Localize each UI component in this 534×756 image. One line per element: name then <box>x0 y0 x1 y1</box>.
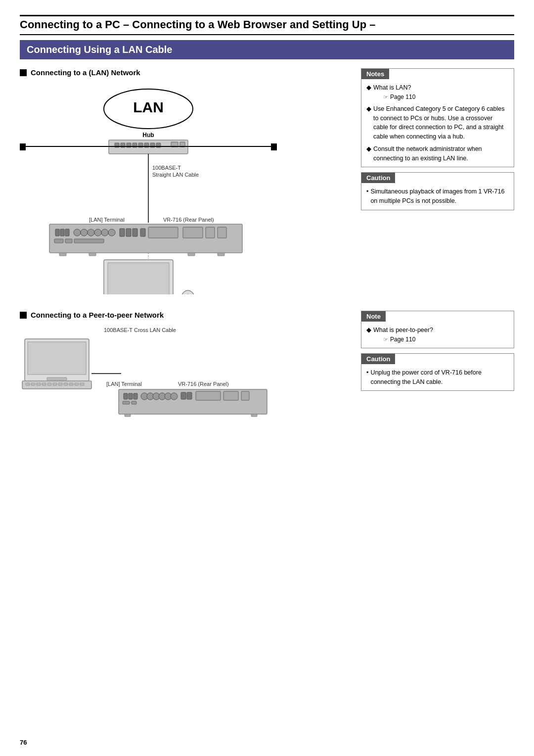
peer-diagram-svg: 100BASE-T Cross LAN Cable <box>20 324 277 423</box>
svg-rect-84 <box>75 383 79 385</box>
svg-text:LAN: LAN <box>133 99 164 115</box>
lan-diagram-svg: LAN Hub <box>20 82 277 294</box>
svg-rect-93 <box>129 393 133 399</box>
svg-rect-85 <box>80 383 84 385</box>
svg-rect-106 <box>123 401 130 404</box>
caution-item-2: • Unplug the power cord of VR-716 before… <box>366 368 509 387</box>
note-peer-ref-text: Page 110 <box>390 335 415 344</box>
section-header: Connecting Using a LAN Cable <box>20 40 514 59</box>
svg-rect-83 <box>69 383 73 385</box>
notes-box-title: Notes <box>361 69 389 79</box>
peer-right-column: Note ◆ What is peer-to-peer? ☞ Page 110 <box>361 311 514 428</box>
svg-rect-41 <box>65 239 72 243</box>
svg-text:VR-716 (Rear Panel): VR-716 (Rear Panel) <box>178 381 229 387</box>
caution-box-2-content: • Unplug the power cord of VR-716 before… <box>361 364 514 391</box>
caution-bullet-2: • <box>366 368 368 387</box>
caution-item-1-text: Simultaneous playback of images from 1 V… <box>370 187 509 206</box>
svg-rect-108 <box>125 414 131 417</box>
caution-box-2: Caution • Unplug the power cord of VR-71… <box>361 353 514 391</box>
notes-item-3: ◆ Consult the network administrator when… <box>366 144 509 163</box>
lan-section-heading: Connecting to a (LAN) Network <box>20 68 349 77</box>
svg-rect-35 <box>140 229 145 236</box>
peer-section-heading: Connecting to a Peer-to-peer Network <box>20 311 349 319</box>
svg-point-27 <box>81 229 88 236</box>
lan-heading-text: Connecting to a (LAN) Network <box>31 68 140 77</box>
notes-item-2-text: Use Enhanced Category 5 or Category 6 ca… <box>373 104 509 142</box>
peer-content-row: Connecting to a Peer-to-peer Network 100… <box>20 311 514 428</box>
svg-rect-38 <box>206 227 215 238</box>
svg-rect-82 <box>64 383 68 385</box>
svg-text:Hub: Hub <box>142 132 154 139</box>
svg-rect-36 <box>148 227 178 238</box>
lan-network-section: Connecting to a (LAN) Network LAN Hub <box>20 68 514 296</box>
caution-box-2-title: Caution <box>361 354 395 364</box>
svg-rect-15 <box>20 143 26 150</box>
svg-rect-23 <box>55 229 59 236</box>
svg-rect-77 <box>37 383 41 385</box>
svg-rect-102 <box>187 392 192 399</box>
svg-rect-25 <box>65 229 69 236</box>
peer-diagram: 100BASE-T Cross LAN Cable <box>20 324 349 428</box>
svg-rect-37 <box>183 227 203 238</box>
svg-rect-42 <box>74 239 104 243</box>
peer-heading-text: Connecting to a Peer-to-peer Network <box>31 311 164 319</box>
peer-section: Connecting to a Peer-to-peer Network 100… <box>20 311 514 428</box>
svg-rect-80 <box>53 383 57 385</box>
svg-rect-33 <box>126 229 131 236</box>
svg-rect-109 <box>251 414 257 417</box>
svg-point-30 <box>101 229 108 236</box>
notes-item-1-text: What is LAN? <box>373 84 411 91</box>
notes-ref-1-text: Page 110 <box>390 93 415 101</box>
notes-bullet-2: ◆ <box>366 104 371 142</box>
svg-rect-39 <box>218 227 226 238</box>
lan-right-column: Notes ◆ What is LAN? ☞ Page 110 <box>361 68 514 296</box>
svg-rect-16 <box>271 143 277 150</box>
notes-item-1-ref: ☞ Page 110 <box>373 93 415 101</box>
note-box-peer: Note ◆ What is peer-to-peer? ☞ Page 110 <box>361 311 514 348</box>
svg-text:Straight LAN Cable: Straight LAN Cable <box>152 172 199 178</box>
main-title: Connecting to a PC – Connecting to a Web… <box>20 18 514 35</box>
peer-left-column: Connecting to a Peer-to-peer Network 100… <box>20 311 349 428</box>
notes-box-content: ◆ What is LAN? ☞ Page 110 ◆ Use Enhanced… <box>361 79 514 167</box>
svg-rect-44 <box>89 253 96 256</box>
svg-rect-73 <box>28 342 86 375</box>
svg-text:VR-716 (Rear Panel): VR-716 (Rear Panel) <box>163 217 214 223</box>
note-peer-item-1: ◆ What is peer-to-peer? ☞ Page 110 <box>366 326 509 344</box>
svg-rect-24 <box>60 229 64 236</box>
svg-rect-78 <box>42 383 46 385</box>
notes-item-1: ◆ What is LAN? ☞ Page 110 <box>366 83 509 101</box>
note-peer-item-1-text: What is peer-to-peer? <box>373 327 433 333</box>
svg-rect-46 <box>218 253 224 256</box>
svg-rect-105 <box>241 391 249 400</box>
svg-point-28 <box>88 229 94 236</box>
svg-rect-76 <box>31 383 35 385</box>
ref-icon-peer: ☞ <box>383 335 388 344</box>
svg-rect-94 <box>134 393 137 399</box>
svg-rect-92 <box>124 393 128 399</box>
svg-text:[LAN] Terminal: [LAN] Terminal <box>106 381 142 387</box>
svg-rect-104 <box>223 391 238 400</box>
notes-item-2: ◆ Use Enhanced Category 5 or Category 6 … <box>366 104 509 142</box>
svg-text:100BASE-T: 100BASE-T <box>152 165 181 171</box>
caution-bullet-1: • <box>366 187 368 206</box>
svg-rect-48 <box>108 263 169 294</box>
ref-icon-1: ☞ <box>383 93 388 101</box>
note-box-peer-title: Note <box>361 311 386 322</box>
svg-rect-45 <box>188 253 195 256</box>
caution-item-1: • Simultaneous playback of images from 1… <box>366 187 509 206</box>
svg-rect-86 <box>47 378 67 380</box>
svg-point-100 <box>171 393 178 400</box>
caution-box-1-title: Caution <box>361 173 395 183</box>
svg-rect-34 <box>133 229 137 236</box>
svg-rect-81 <box>58 383 62 385</box>
notes-bullet-1: ◆ <box>366 83 371 101</box>
svg-point-31 <box>108 229 115 236</box>
svg-text:100BASE-T Cross LAN Cable: 100BASE-T Cross LAN Cable <box>104 327 176 333</box>
note-peer-bullet-1: ◆ <box>366 326 371 344</box>
svg-text:[LAN] Terminal: [LAN] Terminal <box>89 217 125 223</box>
svg-rect-107 <box>132 401 136 404</box>
svg-rect-75 <box>26 383 30 385</box>
notes-bullet-3: ◆ <box>366 144 371 163</box>
caution-item-2-text: Unplug the power cord of VR-716 before c… <box>370 368 509 387</box>
lan-left-column: Connecting to a (LAN) Network LAN Hub <box>20 68 349 296</box>
